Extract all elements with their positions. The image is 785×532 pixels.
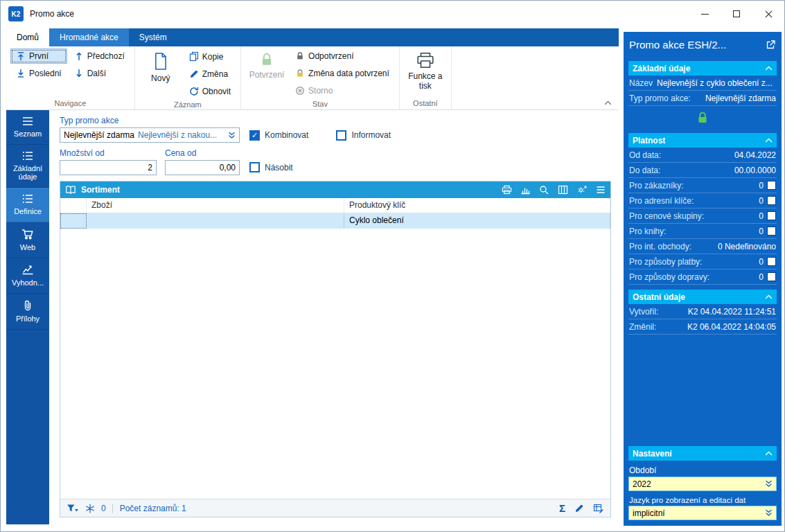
tab-system[interactable]: Systém — [129, 28, 177, 46]
panel-spacer — [628, 335, 777, 441]
checkbox[interactable] — [767, 196, 776, 205]
column-header-produktovy-klic[interactable]: Produktový klíč — [344, 198, 610, 213]
field-vytvoril: Vytvořil: K2 04.04.2022 11:24:51 — [628, 304, 777, 319]
jazyk-combo[interactable]: implicitní — [628, 506, 777, 520]
functions-print-button[interactable]: Funkce a tisk — [404, 48, 447, 91]
field-pro-int-obchody: Pro int. obchody: 0 Nedefinováno — [628, 239, 777, 254]
previous-button[interactable]: Předchozí — [69, 48, 130, 64]
tab-hromadne-akce[interactable]: Hromadné akce — [49, 28, 129, 46]
preview-panel: Promo akce ESH/2... Základní údaje Název… — [624, 32, 782, 526]
cena-od-label: Cena od — [165, 148, 240, 158]
lock-yellow-icon — [295, 69, 305, 78]
table-row[interactable]: Cyklo oblečení — [60, 213, 610, 229]
checkbox[interactable] — [767, 257, 776, 266]
field-value: K2 06.04.2022 14:04:05 — [687, 322, 776, 332]
section-ostatni-udaje[interactable]: Ostatní údaje — [628, 290, 777, 304]
obdobi-combo[interactable]: 2022 — [628, 477, 777, 491]
definition-form: Typ promo akce Nejlevnější zdarma Nejlev… — [49, 110, 619, 524]
cell-produktovy-klic[interactable]: Cyklo oblečení — [344, 213, 610, 229]
last-button[interactable]: Poslední — [10, 66, 67, 81]
menu-icon[interactable] — [596, 186, 606, 194]
minimize-button[interactable] — [689, 1, 721, 27]
bulk-edit-icon[interactable] — [593, 503, 604, 513]
new-button[interactable]: Nový — [139, 48, 182, 83]
field-label: Pro cenové skupiny: — [629, 211, 704, 221]
field-label: Pro knihy: — [629, 227, 666, 236]
section-zakladni-udaje[interactable]: Základní údaje — [628, 61, 777, 76]
app-window: K2 Promo akce Domů Hromadné akce Systém … — [0, 0, 785, 532]
sidebar-item-definice[interactable]: Definice — [6, 188, 49, 222]
refresh-label: Obnovit — [202, 87, 231, 96]
chevron-down-icon — [765, 509, 773, 517]
search-icon[interactable] — [539, 185, 549, 195]
maximize-button[interactable] — [721, 1, 752, 27]
copy-button[interactable]: Kopie — [184, 48, 236, 64]
section-title: Nastavení — [633, 449, 672, 459]
typ-promo-akce-combo[interactable]: Nejlevnější zdarma Nejlevnější z nakou..… — [60, 127, 240, 143]
sum-icon[interactable]: Σ — [559, 503, 565, 513]
field-typ-promo-akce: Typ promo akce: Nejlevnější zdarma — [628, 91, 777, 106]
checkbox[interactable] — [767, 272, 776, 281]
informovat-checkbox[interactable] — [336, 130, 346, 141]
kombinovat-label: Kombinovat — [265, 130, 308, 140]
record-count: Počet záznamů: 1 — [112, 504, 186, 513]
columns-icon[interactable] — [558, 185, 568, 195]
cell-zbozi[interactable] — [87, 213, 344, 229]
unconfirm-button[interactable]: Odpotvrzení — [290, 48, 395, 64]
field-pro-knihy: Pro knihy: 0 — [628, 224, 777, 239]
print-icon[interactable] — [502, 185, 512, 195]
change-confirm-date-button[interactable]: Změna data potvrzení — [290, 66, 395, 81]
filter-icon[interactable] — [67, 504, 79, 513]
checkbox[interactable] — [767, 211, 776, 220]
tab-domu[interactable]: Domů — [6, 28, 49, 46]
copy-icon — [189, 51, 199, 62]
field-nazev: Název Nejlevnější z cyklo oblečení z... — [628, 76, 777, 91]
section-nastaveni[interactable]: Nastavení — [628, 446, 777, 461]
section-platnost[interactable]: Platnost — [628, 133, 777, 148]
content-region: Seznam Základní údaje Definice Web Vyhod… — [6, 110, 619, 524]
auto-filter-icon[interactable] — [85, 504, 95, 513]
field-value: Nejlevnější z cyklo oblečení z... — [657, 78, 773, 88]
ribbon-tab-bar: Domů Hromadné akce Systém — [6, 28, 619, 46]
sidebar-item-vyhodnoceni[interactable]: Vyhodn... — [6, 258, 49, 294]
field-value: 0 Nedefinováno — [718, 242, 776, 251]
field-value: 0 — [759, 211, 764, 221]
ribbon-group-navigace: První Poslední Předchozí — [6, 46, 135, 109]
book-icon — [65, 185, 76, 195]
collapse-ribbon-button[interactable] — [604, 100, 612, 105]
chart-icon[interactable] — [520, 185, 531, 195]
ribbon-group-stav: Potvrzení Odpotvrzení Změna data potvrze… — [241, 46, 400, 109]
field-pro-zpusoby-platby: Pro způsoby platby: 0 — [628, 254, 777, 269]
sidebar-item-prilohy[interactable]: Přílohy — [6, 294, 49, 330]
group-label-navigace: Navigace — [10, 98, 130, 109]
sidebar-item-web[interactable]: Web — [6, 222, 49, 258]
field-pro-zpusoby-dopravy: Pro způsoby dopravy: 0 — [628, 269, 777, 285]
typ-promo-akce-label: Typ promo akce — [60, 116, 611, 125]
cena-od-input[interactable] — [165, 160, 240, 175]
field-label: Název — [629, 78, 653, 88]
filter-count: 0 — [101, 504, 106, 513]
open-external-icon[interactable] — [766, 39, 776, 50]
mnozstvi-od-input[interactable] — [60, 160, 157, 175]
refresh-button[interactable]: Obnovit — [184, 84, 236, 99]
sidebar-item-label: Vyhodn... — [12, 278, 44, 287]
nasobit-checkbox[interactable] — [249, 162, 260, 172]
confirm-button: Potvrzení — [245, 48, 288, 80]
checkbox[interactable] — [767, 181, 776, 190]
change-button[interactable]: Změna — [184, 66, 236, 82]
checkbox[interactable] — [767, 227, 776, 236]
section-title: Základní údaje — [633, 64, 690, 73]
sidebar-item-seznam[interactable]: Seznam — [6, 110, 49, 145]
close-button[interactable] — [752, 1, 784, 27]
row-marker-cell[interactable] — [60, 213, 87, 229]
column-header-zbozi[interactable]: Zboží — [87, 198, 344, 213]
kombinovat-checkbox[interactable]: ✓ — [249, 130, 260, 141]
new-document-icon — [153, 52, 168, 71]
sidebar-item-zakladni-udaje[interactable]: Základní údaje — [6, 145, 49, 188]
preview-title-row: Promo akce ESH/2... — [628, 35, 777, 56]
grid-status-bar: 0 Počet záznamů: 1 Σ — [60, 499, 610, 517]
edit-pencil-icon[interactable] — [574, 504, 584, 513]
next-button[interactable]: Další — [69, 66, 130, 81]
settings-icon[interactable] — [576, 185, 588, 195]
first-button[interactable]: První — [10, 48, 67, 64]
